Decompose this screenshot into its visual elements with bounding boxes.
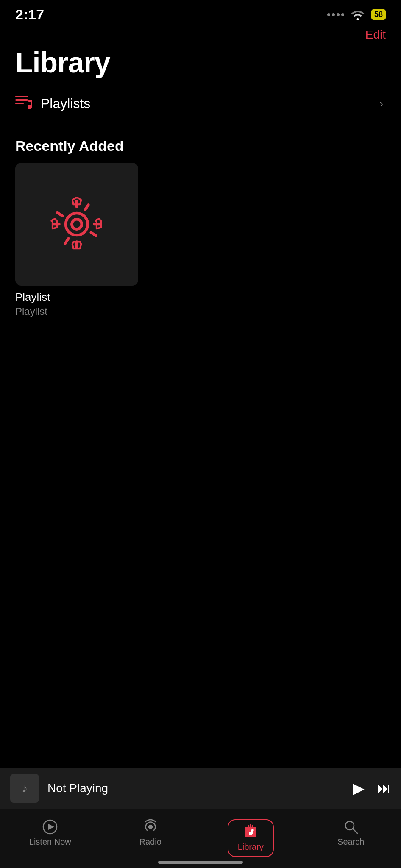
listen-now-icon [42,819,58,835]
status-bar: 2:17 58 [0,0,401,25]
svg-line-12 [65,239,69,244]
tab-search-label: Search [337,837,364,847]
wifi-icon [350,9,365,20]
tab-radio[interactable]: Radio [100,816,201,850]
radio-icon [142,819,159,835]
now-playing-bar[interactable]: ♪ Not Playing ▶ ⏭ [0,768,401,809]
library-icon [243,824,258,840]
album-subtitle: Playlist [15,306,138,317]
tab-listen-now[interactable]: Listen Now [0,816,100,850]
playlists-label: Playlists [41,96,90,111]
album-title: Playlist [15,291,138,304]
svg-line-13 [58,213,63,216]
playlist-music-icon [15,94,32,113]
library-highlight: Library [228,819,274,857]
now-playing-thumbnail: ♪ [10,774,39,803]
gear-icon [49,197,104,252]
now-playing-title: Not Playing [47,782,353,795]
tab-radio-label: Radio [139,837,162,847]
album-art [15,163,138,286]
playlists-left: Playlists [15,94,90,113]
status-time: 2:17 [15,6,44,23]
signal-icon [327,13,344,16]
tab-library-label: Library [238,842,264,852]
status-icons: 58 [327,9,386,20]
svg-marker-16 [48,824,54,830]
home-indicator [158,861,243,864]
search-icon [343,819,359,835]
svg-point-6 [72,219,81,229]
svg-line-14 [91,233,96,236]
svg-rect-5 [28,100,32,102]
recently-added-title: Recently Added [0,124,401,163]
page-title-container: Library [0,42,401,79]
playlists-row[interactable]: Playlists › [0,83,401,124]
page-title: Library [15,46,386,79]
svg-line-11 [85,205,89,210]
tab-library[interactable]: Library [200,816,301,860]
album-item[interactable]: Playlist Playlist [15,163,138,317]
music-note-icon: ♪ [22,782,28,795]
album-grid: Playlist Playlist [0,163,401,317]
tab-search[interactable]: Search [301,816,401,850]
tab-listen-now-label: Listen Now [29,837,71,847]
tab-bar: Listen Now Radio [0,809,401,868]
svg-point-17 [149,825,152,829]
page-header: Edit [0,25,401,42]
svg-line-23 [353,829,357,833]
fast-forward-button[interactable]: ⏭ [377,781,391,796]
playlists-chevron: › [379,97,383,110]
play-button[interactable]: ▶ [353,779,365,797]
edit-button[interactable]: Edit [365,28,386,42]
battery-indicator: 58 [371,9,386,20]
svg-rect-21 [251,829,254,831]
now-playing-controls: ▶ ⏭ [353,779,391,797]
